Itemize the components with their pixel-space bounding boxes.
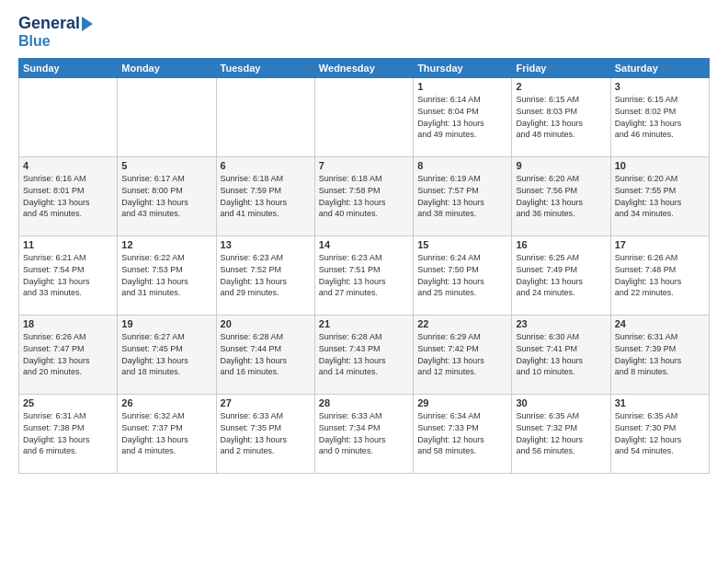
day-info: Sunrise: 6:18 AMSunset: 7:58 PMDaylight:… (319, 173, 409, 219)
day-cell (216, 78, 314, 157)
day-number: 7 (319, 160, 409, 171)
day-cell (19, 78, 118, 157)
day-info: Sunrise: 6:16 AMSunset: 8:01 PMDaylight:… (23, 173, 113, 219)
day-number: 12 (121, 239, 211, 250)
day-cell: 28Sunrise: 6:33 AMSunset: 7:34 PMDayligh… (314, 395, 413, 474)
logo-text: General (18, 15, 80, 33)
day-number: 31 (615, 397, 705, 408)
day-number: 19 (121, 318, 211, 329)
day-number: 25 (23, 397, 113, 408)
day-cell (314, 78, 413, 157)
day-number: 4 (23, 160, 113, 171)
day-info: Sunrise: 6:21 AMSunset: 7:54 PMDaylight:… (23, 252, 113, 298)
day-number: 30 (516, 397, 606, 408)
day-info: Sunrise: 6:24 AMSunset: 7:50 PMDaylight:… (417, 252, 507, 298)
logo-blue: Blue (18, 33, 51, 50)
day-number: 21 (319, 318, 409, 329)
day-info: Sunrise: 6:28 AMSunset: 7:43 PMDaylight:… (319, 331, 409, 377)
day-info: Sunrise: 6:29 AMSunset: 7:42 PMDaylight:… (417, 331, 507, 377)
day-cell: 4Sunrise: 6:16 AMSunset: 8:01 PMDaylight… (19, 157, 118, 236)
week-row-3: 11Sunrise: 6:21 AMSunset: 7:54 PMDayligh… (19, 236, 710, 316)
week-row-5: 25Sunrise: 6:31 AMSunset: 7:38 PMDayligh… (19, 395, 710, 474)
day-cell: 23Sunrise: 6:30 AMSunset: 7:41 PMDayligh… (512, 316, 610, 395)
day-cell: 17Sunrise: 6:26 AMSunset: 7:48 PMDayligh… (610, 236, 709, 316)
day-cell: 30Sunrise: 6:35 AMSunset: 7:32 PMDayligh… (512, 395, 610, 474)
day-cell: 5Sunrise: 6:17 AMSunset: 8:00 PMDaylight… (118, 157, 216, 236)
day-cell: 19Sunrise: 6:27 AMSunset: 7:45 PMDayligh… (118, 316, 216, 395)
logo-arrow-icon (82, 17, 93, 31)
day-headers: SundayMondayTuesdayWednesdayThursdayFrid… (19, 59, 710, 78)
day-cell: 11Sunrise: 6:21 AMSunset: 7:54 PMDayligh… (19, 236, 118, 316)
day-number: 11 (23, 239, 113, 250)
day-number: 10 (615, 160, 705, 171)
day-number: 5 (121, 160, 211, 171)
day-info: Sunrise: 6:33 AMSunset: 7:35 PMDaylight:… (221, 410, 311, 456)
day-info: Sunrise: 6:23 AMSunset: 7:52 PMDaylight:… (221, 252, 311, 298)
day-number: 6 (221, 160, 311, 171)
day-cell: 10Sunrise: 6:20 AMSunset: 7:55 PMDayligh… (610, 157, 709, 236)
day-info: Sunrise: 6:33 AMSunset: 7:34 PMDaylight:… (319, 410, 409, 456)
day-info: Sunrise: 6:26 AMSunset: 7:47 PMDaylight:… (23, 331, 113, 377)
day-header-monday: Monday (118, 59, 216, 78)
day-info: Sunrise: 6:35 AMSunset: 7:32 PMDaylight:… (516, 410, 606, 456)
day-cell: 16Sunrise: 6:25 AMSunset: 7:49 PMDayligh… (512, 236, 610, 316)
day-cell: 24Sunrise: 6:31 AMSunset: 7:39 PMDayligh… (610, 316, 709, 395)
day-number: 8 (417, 160, 507, 171)
week-row-2: 4Sunrise: 6:16 AMSunset: 8:01 PMDaylight… (19, 157, 710, 236)
day-info: Sunrise: 6:15 AMSunset: 8:03 PMDaylight:… (516, 94, 606, 140)
day-header-thursday: Thursday (414, 59, 512, 78)
day-cell: 13Sunrise: 6:23 AMSunset: 7:52 PMDayligh… (216, 236, 314, 316)
day-info: Sunrise: 6:15 AMSunset: 8:02 PMDaylight:… (615, 94, 705, 140)
day-info: Sunrise: 6:30 AMSunset: 7:41 PMDaylight:… (516, 331, 606, 377)
header: General Blue (18, 15, 710, 49)
day-number: 9 (516, 160, 606, 171)
logo-general: General (18, 14, 80, 32)
day-cell: 22Sunrise: 6:29 AMSunset: 7:42 PMDayligh… (414, 316, 512, 395)
day-info: Sunrise: 6:14 AMSunset: 8:04 PMDaylight:… (417, 94, 507, 140)
day-header-friday: Friday (512, 59, 610, 78)
day-cell: 15Sunrise: 6:24 AMSunset: 7:50 PMDayligh… (414, 236, 512, 316)
day-cell: 18Sunrise: 6:26 AMSunset: 7:47 PMDayligh… (19, 316, 118, 395)
day-info: Sunrise: 6:32 AMSunset: 7:37 PMDaylight:… (121, 410, 211, 456)
day-number: 27 (221, 397, 311, 408)
day-cell (118, 78, 216, 157)
day-number: 17 (615, 239, 705, 250)
day-number: 2 (516, 81, 606, 92)
day-number: 23 (516, 318, 606, 329)
day-number: 22 (417, 318, 507, 329)
week-row-4: 18Sunrise: 6:26 AMSunset: 7:47 PMDayligh… (19, 316, 710, 395)
week-row-1: 1Sunrise: 6:14 AMSunset: 8:04 PMDaylight… (19, 78, 710, 157)
day-header-wednesday: Wednesday (314, 59, 413, 78)
day-cell: 20Sunrise: 6:28 AMSunset: 7:44 PMDayligh… (216, 316, 314, 395)
day-header-sunday: Sunday (19, 59, 118, 78)
day-number: 28 (319, 397, 409, 408)
logo: General Blue (18, 15, 93, 49)
day-number: 15 (417, 239, 507, 250)
calendar-table: SundayMondayTuesdayWednesdayThursdayFrid… (18, 58, 710, 474)
day-info: Sunrise: 6:19 AMSunset: 7:57 PMDaylight:… (417, 173, 507, 219)
day-cell: 21Sunrise: 6:28 AMSunset: 7:43 PMDayligh… (314, 316, 413, 395)
day-number: 26 (121, 397, 211, 408)
day-number: 13 (221, 239, 311, 250)
day-cell: 27Sunrise: 6:33 AMSunset: 7:35 PMDayligh… (216, 395, 314, 474)
calendar-page: General Blue SundayMondayTuesdayWednesda… (0, 0, 728, 563)
day-cell: 8Sunrise: 6:19 AMSunset: 7:57 PMDaylight… (414, 157, 512, 236)
day-info: Sunrise: 6:35 AMSunset: 7:30 PMDaylight:… (615, 410, 705, 456)
day-cell: 6Sunrise: 6:18 AMSunset: 7:59 PMDaylight… (216, 157, 314, 236)
day-number: 29 (417, 397, 507, 408)
day-number: 24 (615, 318, 705, 329)
day-number: 14 (319, 239, 409, 250)
day-cell: 29Sunrise: 6:34 AMSunset: 7:33 PMDayligh… (414, 395, 512, 474)
day-cell: 3Sunrise: 6:15 AMSunset: 8:02 PMDaylight… (610, 78, 709, 157)
day-cell: 14Sunrise: 6:23 AMSunset: 7:51 PMDayligh… (314, 236, 413, 316)
day-cell: 12Sunrise: 6:22 AMSunset: 7:53 PMDayligh… (118, 236, 216, 316)
day-cell: 1Sunrise: 6:14 AMSunset: 8:04 PMDaylight… (414, 78, 512, 157)
day-info: Sunrise: 6:31 AMSunset: 7:38 PMDaylight:… (23, 410, 113, 456)
day-info: Sunrise: 6:17 AMSunset: 8:00 PMDaylight:… (121, 173, 211, 219)
day-info: Sunrise: 6:23 AMSunset: 7:51 PMDaylight:… (319, 252, 409, 298)
day-cell: 31Sunrise: 6:35 AMSunset: 7:30 PMDayligh… (610, 395, 709, 474)
day-info: Sunrise: 6:20 AMSunset: 7:55 PMDaylight:… (615, 173, 705, 219)
day-number: 18 (23, 318, 113, 329)
day-cell: 7Sunrise: 6:18 AMSunset: 7:58 PMDaylight… (314, 157, 413, 236)
day-cell: 2Sunrise: 6:15 AMSunset: 8:03 PMDaylight… (512, 78, 610, 157)
